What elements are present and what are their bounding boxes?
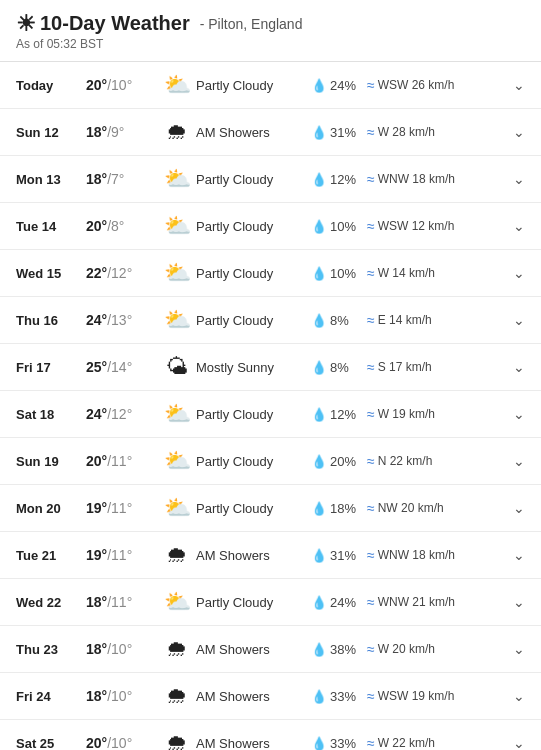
temperature: 20°/10° <box>86 735 158 750</box>
precip-icon: 💧 <box>311 125 327 140</box>
expand-button[interactable]: ⌄ <box>501 500 525 516</box>
weather-row[interactable]: Mon 13 18°/7° ⛅ Partly Cloudy 💧 12% ≈ WN… <box>0 156 541 203</box>
temperature: 20°/8° <box>86 218 158 234</box>
expand-button[interactable]: ⌄ <box>501 265 525 281</box>
chevron-down-icon: ⌄ <box>513 500 525 516</box>
chevron-down-icon: ⌄ <box>513 124 525 140</box>
precip-percent: 24% <box>330 595 356 610</box>
wind-icon: ≈ <box>367 359 375 375</box>
day-label: Wed 22 <box>16 595 86 610</box>
temp-low: /7° <box>107 171 124 187</box>
wind-text: W 22 km/h <box>378 736 435 750</box>
weather-row[interactable]: Sun 12 18°/9° 🌧 AM Showers 💧 31% ≈ W 28 … <box>0 109 541 156</box>
wind-icon: ≈ <box>367 500 375 516</box>
condition-label: Partly Cloudy <box>196 219 311 234</box>
temp-high: 20° <box>86 77 107 93</box>
expand-button[interactable]: ⌄ <box>501 735 525 750</box>
chevron-down-icon: ⌄ <box>513 359 525 375</box>
temp-low: /14° <box>107 359 132 375</box>
temp-low: /12° <box>107 265 132 281</box>
condition-label: Partly Cloudy <box>196 78 311 93</box>
asof-text: As of 05:32 BST <box>16 37 525 59</box>
wind-text: N 22 km/h <box>378 454 433 468</box>
wind-value: ≈ W 19 km/h <box>367 406 501 422</box>
weather-row[interactable]: Fri 24 18°/10° 🌧 AM Showers 💧 33% ≈ WSW … <box>0 673 541 720</box>
temp-low: /13° <box>107 312 132 328</box>
condition-label: Partly Cloudy <box>196 313 311 328</box>
temp-low: /12° <box>107 406 132 422</box>
chevron-down-icon: ⌄ <box>513 688 525 704</box>
temp-high: 18° <box>86 171 107 187</box>
wind-text: WSW 19 km/h <box>378 689 455 703</box>
weather-row[interactable]: Fri 17 25°/14° 🌤 Mostly Sunny 💧 8% ≈ S 1… <box>0 344 541 391</box>
expand-button[interactable]: ⌄ <box>501 547 525 563</box>
weather-row[interactable]: Sat 18 24°/12° ⛅ Partly Cloudy 💧 12% ≈ W… <box>0 391 541 438</box>
weather-row[interactable]: Sat 25 20°/10° 🌧 AM Showers 💧 33% ≈ W 22… <box>0 720 541 750</box>
weather-row[interactable]: Today 20°/10° ⛅ Partly Cloudy 💧 24% ≈ WS… <box>0 62 541 109</box>
expand-button[interactable]: ⌄ <box>501 641 525 657</box>
expand-button[interactable]: ⌄ <box>501 124 525 140</box>
wind-icon: ≈ <box>367 218 375 234</box>
precip-icon: 💧 <box>311 501 327 516</box>
weather-icon: ⛅ <box>158 448 196 474</box>
weather-icon: 🌤 <box>158 354 196 380</box>
wind-value: ≈ WSW 19 km/h <box>367 688 501 704</box>
wind-value: ≈ W 14 km/h <box>367 265 501 281</box>
precip-percent: 8% <box>330 360 349 375</box>
chevron-down-icon: ⌄ <box>513 547 525 563</box>
precip-percent: 18% <box>330 501 356 516</box>
title-text: 10-Day Weather <box>40 12 190 35</box>
precip-value: 💧 20% <box>311 454 367 469</box>
precip-value: 💧 12% <box>311 407 367 422</box>
header: ☀ 10-Day Weather - Pilton, England As of… <box>0 0 541 62</box>
temperature: 18°/10° <box>86 641 158 657</box>
expand-button[interactable]: ⌄ <box>501 406 525 422</box>
weather-row[interactable]: Wed 15 22°/12° ⛅ Partly Cloudy 💧 10% ≈ W… <box>0 250 541 297</box>
temp-high: 19° <box>86 547 107 563</box>
precip-icon: 💧 <box>311 219 327 234</box>
day-label: Sun 19 <box>16 454 86 469</box>
wind-text: W 28 km/h <box>378 125 435 139</box>
expand-button[interactable]: ⌄ <box>501 312 525 328</box>
precip-percent: 10% <box>330 219 356 234</box>
condition-label: Partly Cloudy <box>196 501 311 516</box>
expand-button[interactable]: ⌄ <box>501 453 525 469</box>
day-label: Sat 25 <box>16 736 86 751</box>
temperature: 20°/10° <box>86 77 158 93</box>
weather-row[interactable]: Wed 22 18°/11° ⛅ Partly Cloudy 💧 24% ≈ W… <box>0 579 541 626</box>
wind-value: ≈ WNW 18 km/h <box>367 171 501 187</box>
expand-button[interactable]: ⌄ <box>501 171 525 187</box>
wind-value: ≈ S 17 km/h <box>367 359 501 375</box>
wind-text: NW 20 km/h <box>378 501 444 515</box>
day-label: Tue 21 <box>16 548 86 563</box>
day-label: Fri 24 <box>16 689 86 704</box>
precip-value: 💧 38% <box>311 642 367 657</box>
weather-row[interactable]: Mon 20 19°/11° ⛅ Partly Cloudy 💧 18% ≈ N… <box>0 485 541 532</box>
expand-button[interactable]: ⌄ <box>501 77 525 93</box>
precip-percent: 33% <box>330 736 356 751</box>
precip-value: 💧 24% <box>311 78 367 93</box>
wind-text: WSW 26 km/h <box>378 78 455 92</box>
precip-value: 💧 31% <box>311 125 367 140</box>
precip-percent: 31% <box>330 125 356 140</box>
day-label: Mon 20 <box>16 501 86 516</box>
chevron-down-icon: ⌄ <box>513 406 525 422</box>
temp-low: /11° <box>107 547 132 563</box>
expand-button[interactable]: ⌄ <box>501 688 525 704</box>
expand-button[interactable]: ⌄ <box>501 359 525 375</box>
wind-text: W 20 km/h <box>378 642 435 656</box>
day-label: Fri 17 <box>16 360 86 375</box>
condition-label: Mostly Sunny <box>196 360 311 375</box>
weather-row[interactable]: Tue 21 19°/11° 🌧 AM Showers 💧 31% ≈ WNW … <box>0 532 541 579</box>
chevron-down-icon: ⌄ <box>513 453 525 469</box>
weather-row[interactable]: Thu 23 18°/10° 🌧 AM Showers 💧 38% ≈ W 20… <box>0 626 541 673</box>
weather-row[interactable]: Thu 16 24°/13° ⛅ Partly Cloudy 💧 8% ≈ E … <box>0 297 541 344</box>
chevron-down-icon: ⌄ <box>513 641 525 657</box>
expand-button[interactable]: ⌄ <box>501 218 525 234</box>
weather-row[interactable]: Tue 14 20°/8° ⛅ Partly Cloudy 💧 10% ≈ WS… <box>0 203 541 250</box>
weather-row[interactable]: Sun 19 20°/11° ⛅ Partly Cloudy 💧 20% ≈ N… <box>0 438 541 485</box>
wind-text: WNW 21 km/h <box>378 595 455 609</box>
condition-label: Partly Cloudy <box>196 595 311 610</box>
condition-label: AM Showers <box>196 642 311 657</box>
expand-button[interactable]: ⌄ <box>501 594 525 610</box>
